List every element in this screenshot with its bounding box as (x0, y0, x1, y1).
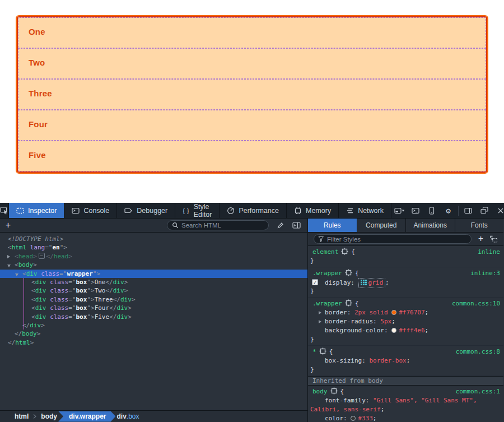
color-swatch[interactable] (391, 328, 396, 333)
tab-label: Style Editor (194, 203, 212, 219)
tab-inspector[interactable]: Inspector (9, 203, 64, 218)
tab-console[interactable]: Console (64, 203, 117, 218)
tab-animations[interactable]: Animations (406, 219, 455, 232)
markup-token: div (116, 313, 128, 321)
rule-source-link[interactable]: common.css:10 (452, 299, 500, 308)
expand-arrow[interactable] (7, 255, 10, 258)
breadcrumb: htmlbodydiv.wrapperdiv.box (0, 410, 307, 422)
rule-source-link[interactable]: inline (478, 248, 500, 257)
tab-debugger[interactable]: Debugger (117, 203, 175, 218)
tab-performance[interactable]: Performance (220, 203, 287, 218)
breadcrumb-item-div.box[interactable]: div.box (116, 412, 139, 420)
pseudo-class-toggle-icon[interactable] (490, 235, 498, 243)
rule-source-link[interactable]: common.css:1 (456, 387, 500, 396)
dock-options-button[interactable] (391, 203, 408, 219)
expand-arrow[interactable] (7, 265, 11, 267)
markup-token: > (132, 296, 136, 303)
grid-box-two: Two (18, 48, 486, 79)
markup-token: head (54, 253, 69, 260)
selector-highlighter-icon[interactable] (345, 299, 352, 307)
markup-line[interactable]: <div class="box">Three</div> (0, 295, 307, 304)
selector-highlighter-icon[interactable] (345, 269, 352, 276)
search-html-box[interactable] (167, 220, 269, 230)
tab-memory[interactable]: Memory (287, 203, 339, 218)
css-rule: body{common.css:1font-family: "Gill Sans… (308, 386, 503, 422)
markup-line[interactable]: <div class="box">Two</div> (0, 286, 307, 295)
tab-style-editor[interactable]: { }Style Editor (175, 203, 220, 218)
rules-toolbar: + (308, 233, 503, 246)
selector-highlighter-icon[interactable] (319, 347, 326, 355)
markup-token: > (33, 261, 37, 268)
tab-computed[interactable]: Computed (357, 219, 407, 232)
declaration-checkbox[interactable]: ✓ (312, 279, 318, 285)
css-declaration-wrap: Calibri, sans-serif; (308, 405, 503, 414)
markup-token: =" (68, 304, 76, 312)
markup-token: class (50, 313, 68, 321)
rule-header: .wrapper{inline:3 (308, 269, 503, 278)
grid-highlighter-icon[interactable] (361, 280, 367, 285)
tab-rules[interactable]: Rules (308, 219, 357, 232)
close-button[interactable] (493, 203, 504, 219)
breadcrumb-item-html[interactable]: html (15, 412, 29, 420)
responsive-mode-button[interactable] (424, 203, 440, 219)
search-icon (172, 222, 179, 229)
rule-selector: .wrapper (312, 270, 342, 277)
breadcrumb-item-body[interactable]: body (41, 412, 57, 420)
markup-line[interactable]: <div class="wrapper"> (0, 270, 307, 278)
rule-source-link[interactable]: inline:3 (470, 269, 500, 278)
markup-token: <!DOCTYPE html> (8, 235, 63, 243)
tab-fonts[interactable]: Fonts (455, 219, 504, 232)
add-rule-button[interactable]: + (478, 235, 483, 243)
filter-styles-box[interactable] (314, 234, 472, 244)
markup-line[interactable]: <head>⋯</head> (0, 252, 307, 261)
markup-token: html (12, 244, 27, 251)
markup-line[interactable]: <div class="box">Five</div> (0, 313, 307, 321)
close-icon (497, 207, 504, 214)
markup-token: "> (60, 244, 67, 251)
expand-arrow[interactable] (15, 273, 18, 276)
breadcrumb-item-div.wrapper[interactable]: div.wrapper (58, 411, 115, 422)
markup-panel: + <!DOCTYPE html><html lang="en"><head>⋯… (0, 219, 308, 422)
markup-line[interactable]: <div class="box">Four</div> (0, 304, 307, 312)
collapsed-content-badge[interactable]: ⋯ (39, 253, 45, 259)
rule-selector: * (312, 348, 316, 355)
open-brace: { (340, 388, 344, 395)
markup-line[interactable]: </html> (0, 338, 307, 347)
devtools-panel: InspectorConsoleDebugger{ }Style EditorP… (0, 203, 504, 422)
markup-line[interactable]: <!DOCTYPE html> (0, 235, 307, 243)
separate-window-button[interactable] (477, 203, 493, 219)
search-html-input[interactable] (181, 222, 254, 229)
dock-side-button[interactable] (460, 203, 477, 219)
selector-highlighter-icon[interactable] (341, 248, 348, 255)
markup-token: box (76, 304, 87, 312)
color-swatch[interactable] (391, 310, 396, 315)
pick-element-button[interactable] (0, 203, 9, 218)
expand-computed-arrow[interactable] (319, 320, 321, 323)
settings-button[interactable]: ⚙ (440, 203, 456, 219)
markup-line[interactable]: </body> (0, 330, 307, 338)
selector-highlighter-icon[interactable] (330, 387, 338, 395)
markup-token: </ (106, 287, 113, 294)
tab-network[interactable]: Network (339, 203, 391, 218)
tab-label: Network (358, 207, 384, 215)
markup-line[interactable]: <body> (0, 261, 307, 269)
inherited-from-label: Inherited from body (308, 376, 503, 386)
filter-styles-input[interactable] (327, 236, 428, 243)
markup-token: "> (87, 287, 94, 294)
color-swatch[interactable] (351, 416, 356, 421)
expand-computed-arrow[interactable] (319, 311, 321, 314)
markup-line[interactable]: </div> (0, 321, 307, 330)
three-pane-toggle-icon[interactable] (292, 222, 301, 229)
markup-line[interactable]: <html lang="en"> (0, 243, 307, 252)
property-name: box-sizing: (325, 357, 369, 364)
tab-label: Console (83, 207, 109, 215)
rule-header: *{common.css:8 (308, 347, 503, 356)
markup-line[interactable]: <div class="box">One</div> (0, 278, 307, 286)
css-rule: .wrapper{common.css:10border: 2px solid … (308, 298, 503, 346)
add-node-button[interactable]: + (6, 221, 11, 230)
eyedropper-icon[interactable] (277, 221, 284, 229)
rule-source-link[interactable]: common.css:8 (456, 347, 500, 356)
inspector-icon (16, 207, 24, 214)
markup-token: < (8, 244, 12, 251)
split-console-button[interactable] (408, 203, 424, 219)
